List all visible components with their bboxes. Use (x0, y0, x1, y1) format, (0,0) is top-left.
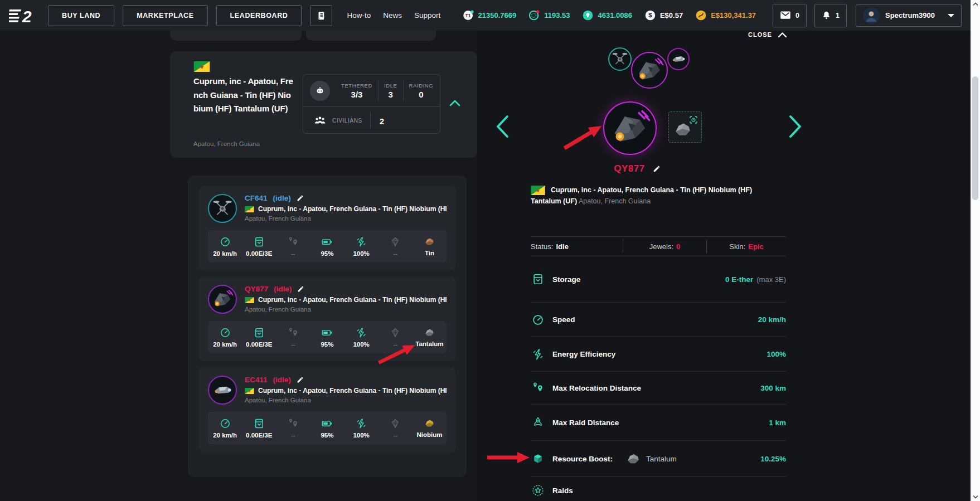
storage-icon (254, 327, 265, 338)
unit-row-cf641[interactable]: CF641 (idle) Cuprum, inc - Apatou, Frenc… (199, 186, 455, 270)
tin-rock-icon (424, 236, 435, 247)
efficiency-stat: 100% (345, 236, 379, 257)
currency-gem[interactable]: 4631.0086 (582, 9, 632, 21)
currency-usd[interactable]: $ E$0.57 (644, 9, 683, 21)
unit-name-link[interactable]: QY877 (245, 285, 268, 293)
max-relocation-row: Max Relocation Distance 300 km (531, 372, 786, 405)
storage-icon (254, 236, 265, 247)
boost-cube-icon (531, 453, 545, 465)
energy-bolt-icon (531, 348, 545, 361)
bell-icon (822, 10, 831, 21)
unit-row-qy877[interactable]: QY877 (idle) Cuprum, inc - Apatou, Frenc… (199, 277, 455, 361)
raid-ship-icon (531, 416, 545, 429)
unit-avatar-ec411 (208, 376, 237, 405)
battery-stat: 95% (310, 327, 344, 348)
unit-list: CF641 (idle) Cuprum, inc - Apatou, Frenc… (188, 176, 467, 477)
civilians-icon (310, 110, 330, 130)
scroll-up-icon[interactable] (971, 2, 980, 6)
page-scrollbar[interactable] (971, 0, 980, 501)
close-label: CLOSE (748, 31, 772, 38)
chevron-up-icon (778, 32, 787, 38)
speed-icon (220, 418, 231, 429)
scroll-down-icon[interactable] (971, 495, 980, 499)
leaderboard-button[interactable]: LEADERBOARD (216, 5, 302, 26)
scrollbar-thumb[interactable] (972, 76, 978, 200)
resource-stat: Tantalum (413, 327, 447, 347)
unit-status-suffix: (idle) (273, 194, 291, 202)
profile-menu-button[interactable]: Spectrum3900 (856, 4, 962, 27)
unit-status-suffix: (idle) (274, 285, 292, 293)
prev-unit-button[interactable] (495, 115, 510, 138)
notifications-button[interactable]: 1 (814, 4, 847, 27)
marketplace-button[interactable]: MARKETPLACE (123, 5, 207, 26)
raids-row[interactable]: Raids (531, 477, 786, 501)
unit-avatar-cf641 (208, 194, 237, 223)
stat-idle: IDLE 3 (379, 80, 403, 102)
niobium-rock-icon (424, 418, 435, 429)
unit-desc-text: Cuprum, inc - Apatou, French Guiana - Ti… (258, 296, 447, 304)
storage-stat: 0.00E/3E (242, 418, 276, 439)
detail-unit-name: QY877 (614, 163, 644, 174)
storage-icon (254, 418, 265, 429)
map-pins-icon (288, 418, 299, 429)
currency-ether[interactable]: 1193.53 (528, 9, 570, 21)
ledger-button[interactable] (310, 5, 332, 26)
unit-avatar-qy877 (208, 285, 237, 314)
unit-name-link[interactable]: CF641 (245, 194, 268, 202)
map-pins-icon (288, 327, 299, 338)
flag-icon (245, 206, 254, 212)
top-navbar: 2 BUY LAND MARKETPLACE LEADERBOARD How-t… (0, 0, 971, 31)
status-bar: Status: Idle Jewels: 0 Skin: Epic (531, 236, 786, 256)
mail-button[interactable]: 0 (773, 4, 807, 27)
unit-thumb-qy877[interactable] (631, 52, 668, 89)
speed-icon (220, 327, 231, 338)
ledger-icon (316, 10, 326, 21)
unit-location: Apatou, French Guiana (245, 306, 447, 313)
currency-tier1[interactable]: T1 21350.7669 (463, 9, 517, 21)
next-unit-button[interactable] (788, 115, 803, 138)
resource-slot[interactable] (668, 111, 702, 143)
nav-link-news[interactable]: News (383, 11, 402, 20)
nav-link-howto[interactable]: How-to (347, 11, 371, 20)
unit-thumb-ec411[interactable] (667, 48, 690, 70)
mail-count: 0 (795, 12, 799, 20)
energy-efficiency-row: Energy Efficiency 100% (531, 337, 786, 372)
currency-essence[interactable]: E$130,341.37 (695, 9, 756, 21)
user-avatar (863, 7, 880, 24)
edit-name-icon[interactable] (297, 285, 304, 293)
svg-text:2: 2 (22, 7, 32, 24)
jewel-icon (390, 327, 401, 338)
edit-name-icon[interactable] (653, 165, 661, 173)
battery-stat: 95% (310, 236, 344, 257)
unit-row-ec411[interactable]: EC411 (idle) Cuprum, inc - Apatou, Frenc… (199, 368, 455, 452)
relocation-stat: -- (276, 327, 310, 348)
unit-status-suffix: (idle) (273, 376, 291, 384)
efficiency-stat: 100% (345, 327, 379, 348)
jewel-icon (390, 236, 401, 247)
edit-name-icon[interactable] (297, 194, 304, 202)
e2-logo[interactable]: 2 (9, 7, 33, 24)
unit-stats-strip: 20 km/h 0.00E/3E -- 95% 100% (208, 412, 447, 444)
unit-location: Apatou, French Guiana (245, 397, 447, 403)
unit-stats-strip: 20 km/h 0.00E/3E -- 95% 100% (208, 230, 447, 262)
buy-land-button[interactable]: BUY LAND (48, 5, 114, 26)
unit-thumb-cf641[interactable] (608, 47, 632, 71)
selected-unit-image[interactable] (603, 101, 657, 155)
navbar-right: T1 21350.7669 1193.53 (463, 4, 962, 27)
flag-icon (245, 388, 254, 394)
app-screen: 2 BUY LAND MARKETPLACE LEADERBOARD How-t… (0, 0, 980, 501)
resource-stat: Niobium (413, 418, 447, 438)
close-panel-button[interactable]: CLOSE (748, 31, 787, 38)
stat-civilians-value: 2 (380, 116, 384, 126)
edit-name-icon[interactable] (297, 376, 304, 383)
energy-bolt-icon (356, 236, 367, 247)
nav-link-support[interactable]: Support (414, 11, 440, 20)
svg-text:T1: T1 (465, 13, 470, 18)
unit-name-link[interactable]: EC411 (245, 376, 268, 384)
property-title: Cuprum, inc - Apatou, French Guiana - Ti… (193, 75, 295, 116)
speed-icon (220, 236, 231, 247)
map-pins-icon (531, 382, 545, 394)
speed-row: Speed 20 km/h (531, 303, 786, 337)
collapse-card-button[interactable] (449, 99, 461, 107)
raids-star-icon (531, 484, 545, 497)
